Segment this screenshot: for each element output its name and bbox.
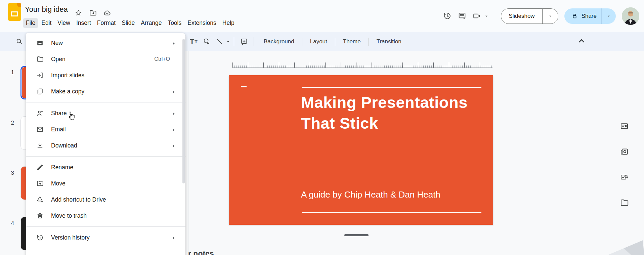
slideshow-button[interactable]: Slideshow xyxy=(501,9,543,24)
background-button[interactable]: Background xyxy=(259,36,299,47)
menu-edit[interactable]: Edit xyxy=(38,18,54,28)
comments-icon[interactable] xyxy=(455,9,469,24)
file-menu-item-make-a-copy[interactable]: Make a copy xyxy=(26,83,185,99)
chevron-down-icon xyxy=(606,14,611,18)
transition-button[interactable]: Transition xyxy=(372,36,406,47)
share-label: Share xyxy=(582,13,597,19)
trash-icon xyxy=(36,212,44,219)
new-slide-icon xyxy=(36,39,44,47)
folder-icon[interactable] xyxy=(618,197,630,209)
menu-insert[interactable]: Insert xyxy=(73,18,94,28)
chevron-down-icon xyxy=(548,14,553,18)
layout-button[interactable]: Layout xyxy=(306,36,332,47)
slide-number: 2 xyxy=(7,120,14,126)
pencil-corner-decoration xyxy=(605,238,644,255)
slideshow-split-button: Slideshow xyxy=(501,8,558,24)
menu-item-label: Rename xyxy=(51,164,178,171)
slide-number: 3 xyxy=(7,170,14,176)
line-icon[interactable] xyxy=(213,35,226,48)
pointer-cursor xyxy=(66,111,75,121)
menu-extensions[interactable]: Extensions xyxy=(184,18,219,28)
menu-view[interactable]: View xyxy=(54,18,73,28)
horizontal-ruler[interactable] xyxy=(232,62,492,68)
toolbar-divider xyxy=(234,37,234,46)
share-split-button: Share xyxy=(564,8,616,24)
submenu-arrow-icon xyxy=(172,41,176,45)
file-menu-item-download[interactable]: Download xyxy=(26,137,185,154)
share-button[interactable]: Share xyxy=(564,8,601,24)
version-history-icon xyxy=(36,234,44,241)
menu-separator xyxy=(26,102,185,102)
submenu-arrow-icon xyxy=(172,143,176,148)
open-folder-icon xyxy=(36,55,44,63)
line-caret-icon[interactable] xyxy=(226,39,230,44)
menu-tools[interactable]: Tools xyxy=(165,18,184,28)
file-menu-item-move[interactable]: Move xyxy=(26,175,185,192)
slides-logo[interactable] xyxy=(8,3,21,21)
menu-item-label: Add shortcut to Drive xyxy=(51,196,178,203)
card-icon[interactable] xyxy=(618,120,630,132)
copy-icon xyxy=(36,88,44,95)
file-menu-scrollbar[interactable] xyxy=(182,39,185,183)
shape-icon[interactable] xyxy=(200,35,213,48)
file-menu-item-import-slides[interactable]: Import slides xyxy=(26,67,185,83)
drive-add-icon xyxy=(36,196,44,203)
menu-format[interactable]: Format xyxy=(94,18,119,28)
file-menu-item-share[interactable]: Share xyxy=(26,105,185,121)
submenu-arrow-icon xyxy=(172,236,176,240)
account-avatar[interactable] xyxy=(622,7,639,25)
menu-item-shortcut: Ctrl+O xyxy=(154,56,170,62)
cloud-check-icon[interactable] xyxy=(103,9,111,18)
file-menu-item-new[interactable]: New xyxy=(26,35,185,51)
file-menu-item-email[interactable]: Email xyxy=(26,121,185,137)
slide-dash-decoration xyxy=(241,86,247,87)
menu-item-label: Email xyxy=(51,126,172,133)
menu-item-label: Version history xyxy=(51,234,172,241)
menu-help[interactable]: Help xyxy=(219,18,238,28)
horizontal-scrollbar-thumb[interactable] xyxy=(344,234,369,236)
image-search-icon[interactable] xyxy=(618,171,630,183)
text-box-icon[interactable]: TT xyxy=(187,35,200,48)
menu-item-label: Move to trash xyxy=(51,212,178,219)
download-icon xyxy=(36,142,44,149)
menu-separator xyxy=(26,156,185,157)
file-menu-item-add-shortcut-to-drive[interactable]: Add shortcut to Drive xyxy=(26,192,185,208)
hide-menus-button[interactable] xyxy=(576,36,587,47)
file-menu-item-open[interactable]: OpenCtrl+O xyxy=(26,51,185,67)
menu-slide[interactable]: Slide xyxy=(119,18,138,28)
share-caret-button[interactable] xyxy=(602,14,616,18)
move-folder-icon[interactable] xyxy=(89,9,97,18)
document-title[interactable]: Your big idea xyxy=(25,5,68,14)
slide-title-text[interactable]: Making Presentations That Stick xyxy=(301,92,489,134)
rename-icon xyxy=(36,164,44,171)
file-menu-item-rename[interactable]: Rename xyxy=(26,159,185,175)
theme-button[interactable]: Theme xyxy=(339,36,365,47)
toolbar-divider xyxy=(302,38,302,46)
version-history-icon[interactable] xyxy=(440,9,455,24)
add-comment-icon[interactable] xyxy=(238,35,250,48)
menu-arrange[interactable]: Arrange xyxy=(138,18,165,28)
file-menu-item-version-history[interactable]: Version history xyxy=(26,229,185,246)
speaker-notes-fragment: r notes xyxy=(188,249,214,255)
menu-item-label: Import slides xyxy=(51,72,178,79)
slideshow-caret-button[interactable] xyxy=(543,14,558,18)
submenu-arrow-icon xyxy=(172,127,176,132)
meet-videocam-icon[interactable] xyxy=(469,9,484,24)
person-add-icon xyxy=(36,110,44,117)
slide-number: 1 xyxy=(7,69,14,76)
menu-item-label: Make a copy xyxy=(51,88,172,95)
file-menu-item-move-to-trash[interactable]: Move to trash xyxy=(26,208,185,224)
slide-subtitle-text[interactable]: A guide by Chip Heath & Dan Heath xyxy=(301,189,489,200)
email-icon xyxy=(36,126,44,133)
star-icon[interactable] xyxy=(75,9,82,18)
toolbar-divider xyxy=(369,38,369,46)
menu-file[interactable]: File xyxy=(23,18,38,28)
slide-number: 4 xyxy=(7,220,14,227)
videocam-caret-icon[interactable] xyxy=(484,14,489,18)
search-menus-icon[interactable] xyxy=(13,35,26,48)
lock-icon xyxy=(571,12,578,19)
application-header: Your big idea FileEditViewInsertFormatSl… xyxy=(0,0,644,32)
photos-icon[interactable] xyxy=(618,145,630,158)
submenu-arrow-icon xyxy=(172,111,176,116)
slide-canvas[interactable]: Making Presentations That Stick A guide … xyxy=(229,75,493,225)
